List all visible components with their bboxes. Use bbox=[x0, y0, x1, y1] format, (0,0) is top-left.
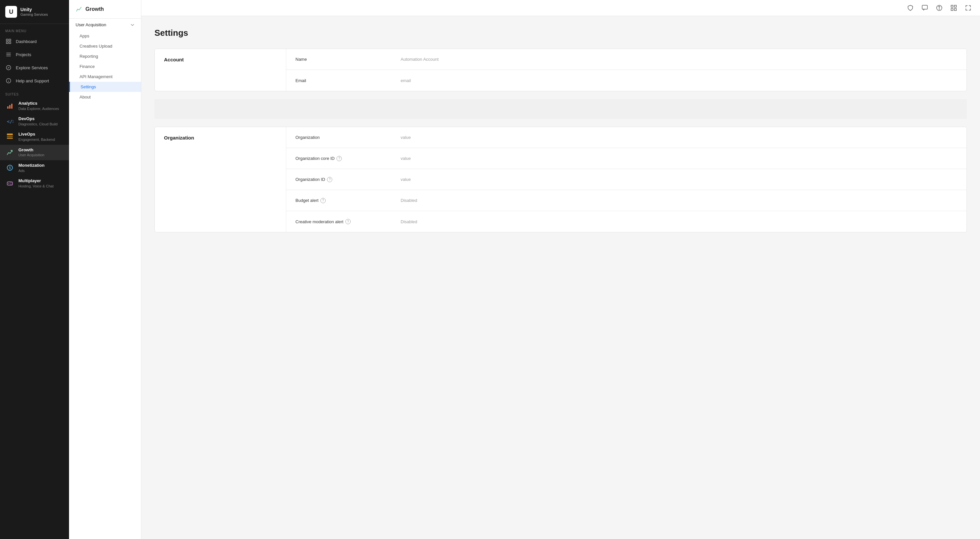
gaming-services-label: Gaming Services bbox=[21, 13, 48, 17]
organization-card: Organization Organization value Organiza… bbox=[154, 127, 967, 232]
suite-item-liveops[interactable]: LiveOps Engagement, Backend bbox=[0, 129, 69, 144]
svg-rect-22 bbox=[951, 8, 953, 11]
org-id-info-icon[interactable]: ? bbox=[327, 177, 332, 182]
account-name-label: Name bbox=[296, 57, 401, 62]
creative-moderation-label: Creative moderation alert ? bbox=[296, 219, 401, 224]
question-icon[interactable] bbox=[935, 4, 943, 12]
budget-alert-row: Budget alert ? Disabled bbox=[286, 190, 967, 211]
comment-icon[interactable] bbox=[921, 4, 929, 12]
dashboard-label: Dashboard bbox=[16, 39, 37, 44]
liveops-icon bbox=[5, 132, 14, 141]
svg-rect-20 bbox=[951, 5, 953, 7]
suite-item-devops[interactable]: </> DevOps Diagnostics, Cloud Build bbox=[0, 114, 69, 129]
sidebar-secondary: Growth User Acquisition Apps Creatives U… bbox=[69, 0, 141, 539]
expand-icon[interactable] bbox=[964, 4, 972, 12]
content-area: Settings Account Name Automation Account… bbox=[141, 16, 980, 252]
logo-area: U Unity Gaming Services bbox=[0, 0, 69, 24]
svg-point-19 bbox=[939, 9, 940, 10]
suite-item-analytics[interactable]: Analytics Data Explorer, Audiences bbox=[0, 98, 69, 114]
devops-label: DevOps Diagnostics, Cloud Build bbox=[18, 116, 57, 126]
analytics-icon bbox=[5, 101, 14, 111]
settings-label: Settings bbox=[81, 84, 96, 89]
projects-icon bbox=[5, 51, 12, 58]
organization-section-row: Organization Organization value Organiza… bbox=[155, 127, 967, 232]
multiplayer-icon bbox=[5, 179, 14, 188]
account-email-label: Email bbox=[296, 78, 401, 83]
logo-text: Unity Gaming Services bbox=[21, 7, 48, 17]
budget-alert-label: Budget alert ? bbox=[296, 198, 401, 203]
suite-item-growth[interactable]: Growth User Acquisition bbox=[0, 145, 69, 160]
suite-item-monetization[interactable]: $ Monetization Ads bbox=[0, 160, 69, 176]
devops-icon: </> bbox=[5, 117, 14, 126]
account-fields: Name Automation Account Email email bbox=[286, 49, 967, 91]
suites-label: Suites bbox=[0, 87, 69, 98]
svg-rect-12 bbox=[7, 133, 13, 135]
growth-label: Growth User Acquisition bbox=[18, 147, 45, 158]
svg-rect-10 bbox=[7, 136, 13, 137]
nav-finance[interactable]: Finance bbox=[69, 61, 141, 71]
sidebar-item-dashboard[interactable]: Dashboard bbox=[0, 35, 69, 48]
unity-logo-icon: U bbox=[5, 6, 17, 18]
organization-fields: Organization value Organization core ID … bbox=[286, 127, 967, 232]
sidebar-item-help[interactable]: Help and Support bbox=[0, 74, 69, 87]
svg-text:$: $ bbox=[9, 166, 11, 170]
creative-moderation-info-icon[interactable]: ? bbox=[345, 219, 351, 224]
org-core-id-value: value bbox=[401, 156, 411, 161]
main-menu-label: Main Menu bbox=[0, 24, 69, 35]
shield-icon[interactable] bbox=[906, 4, 914, 12]
top-bar bbox=[141, 0, 980, 16]
svg-rect-11 bbox=[7, 138, 13, 139]
chevron-down-icon bbox=[130, 23, 134, 27]
apps-label: Apps bbox=[80, 33, 89, 38]
svg-rect-8 bbox=[11, 104, 13, 109]
grid-icon[interactable] bbox=[950, 4, 958, 12]
sidebar-item-projects[interactable]: Projects bbox=[0, 48, 69, 61]
org-core-id-label: Organization core ID ? bbox=[296, 156, 401, 161]
nav-reporting[interactable]: Reporting bbox=[69, 51, 141, 61]
help-label: Help and Support bbox=[16, 78, 49, 83]
monetization-icon: $ bbox=[5, 163, 14, 172]
account-email-row: Email email bbox=[286, 70, 967, 91]
user-acquisition-label: User Acquisition bbox=[76, 22, 106, 27]
growth-icon bbox=[5, 148, 14, 157]
account-section-label: Account bbox=[155, 49, 286, 91]
nav-api-management[interactable]: API Management bbox=[69, 71, 141, 82]
help-icon bbox=[5, 78, 12, 84]
nav-about[interactable]: About bbox=[69, 92, 141, 102]
main-content: Settings Account Name Automation Account… bbox=[141, 0, 980, 539]
org-name-label: Organization bbox=[296, 135, 401, 140]
org-name-value: value bbox=[401, 135, 411, 140]
svg-rect-7 bbox=[9, 105, 11, 109]
finance-label: Finance bbox=[80, 64, 95, 69]
account-email-value: email bbox=[401, 78, 411, 83]
liveops-label: LiveOps Engagement, Backend bbox=[18, 132, 55, 142]
nav-user-acquisition[interactable]: User Acquisition bbox=[69, 19, 141, 31]
svg-rect-0 bbox=[6, 39, 8, 41]
explore-label: Explore Services bbox=[16, 65, 48, 70]
about-label: About bbox=[80, 95, 91, 100]
nav-apps[interactable]: Apps bbox=[69, 31, 141, 41]
svg-text:</>: </> bbox=[7, 119, 13, 124]
reporting-label: Reporting bbox=[80, 54, 98, 59]
suite-item-multiplayer[interactable]: Multiplayer Hosting, Voice & Chat bbox=[0, 176, 69, 191]
svg-rect-21 bbox=[955, 5, 956, 7]
sidebar-item-explore[interactable]: Explore Services bbox=[0, 61, 69, 74]
org-id-label: Organization ID ? bbox=[296, 177, 401, 182]
multiplayer-label: Multiplayer Hosting, Voice & Chat bbox=[18, 178, 54, 189]
org-core-id-info-icon[interactable]: ? bbox=[337, 156, 342, 161]
api-management-label: API Management bbox=[80, 74, 112, 79]
budget-alert-value: Disabled bbox=[401, 198, 417, 203]
projects-label: Projects bbox=[16, 52, 31, 57]
svg-rect-6 bbox=[7, 106, 8, 109]
sidebar-main: U Unity Gaming Services Main Menu Dashbo… bbox=[0, 0, 69, 539]
org-id-row: Organization ID ? value bbox=[286, 169, 967, 190]
monetization-label: Monetization Ads bbox=[18, 163, 45, 173]
nav-creatives-upload[interactable]: Creatives Upload bbox=[69, 41, 141, 51]
creatives-upload-label: Creatives Upload bbox=[80, 44, 112, 49]
nav-settings[interactable]: Settings bbox=[69, 82, 141, 92]
page-title: Settings bbox=[154, 28, 967, 38]
svg-point-16 bbox=[8, 183, 10, 184]
svg-rect-17 bbox=[922, 5, 928, 9]
budget-alert-info-icon[interactable]: ? bbox=[320, 198, 326, 203]
explore-icon bbox=[5, 64, 12, 71]
